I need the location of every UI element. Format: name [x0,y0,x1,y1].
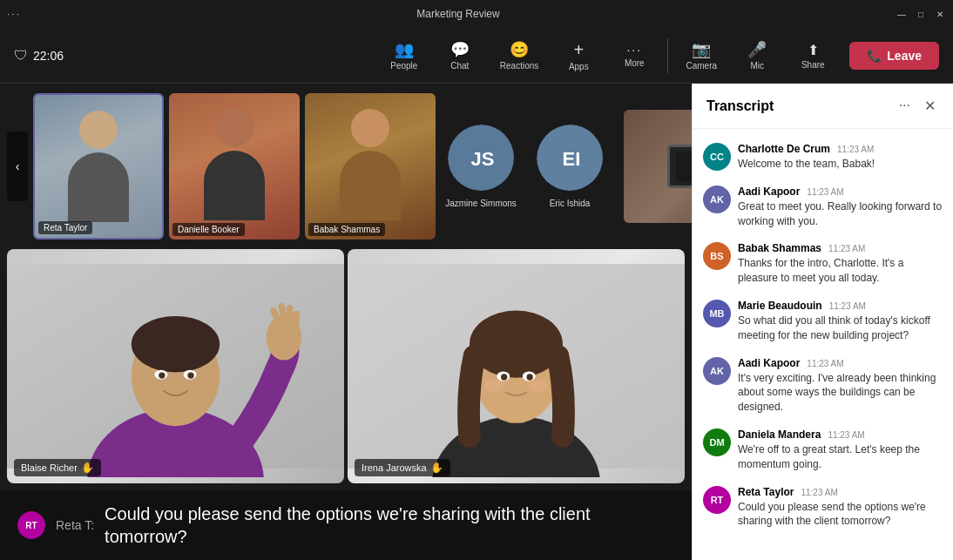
danielle-name-tag: Danielle Booker [172,223,245,236]
chat-button[interactable]: 💬 Chat [434,35,486,76]
msg-content-1: Charlotte De Crum 11:23 AM Welcome to th… [738,143,875,172]
more-button[interactable]: ··· More [608,37,660,73]
msg-time-7: 11:23 AM [801,488,837,497]
svg-line-11 [281,307,284,317]
msg-content-4: Marie Beaudouin 11:23 AM So what did you… [738,300,943,343]
mic-icon: 🎤 [747,40,767,59]
shield-icon: 🛡 [14,48,28,64]
participant-thumb-reta[interactable]: Reta Taylor [33,93,164,240]
share-button[interactable]: ⬆ Share [787,37,839,75]
irena-video-svg [348,255,685,477]
people-button[interactable]: 👥 People [378,35,430,76]
transcript-msg-1: CC Charlotte De Crum 11:23 AM Welcome to… [693,136,953,179]
camera-button[interactable]: 📷 Camera [675,35,727,76]
msg-time-5: 11:23 AM [807,359,843,368]
msg-avatar-5: AK [703,357,731,385]
svg-line-10 [274,310,278,320]
leave-button[interactable]: 📞 Leave [849,42,939,70]
reactions-icon: 😊 [510,40,529,59]
irena-hand-icon: ✋ [430,462,443,474]
msg-text-7: Could you please send the options we're … [738,500,943,530]
msg-text-5: It's very exciting. I've already been th… [738,371,943,415]
irena-name: Irena Jarowska [362,462,427,473]
msg-name-5: Aadi Kapoor [738,357,800,369]
msg-avatar-7: RT [703,486,731,514]
strip-nav-prev[interactable]: ‹ [7,132,28,201]
svg-point-24 [529,381,548,392]
transcript-close-icon[interactable]: ✕ [921,94,939,118]
window-controls: — □ ✕ [896,8,946,20]
share-label: Share [801,60,825,70]
msg-avatar-3: BS [703,242,731,270]
reactions-button[interactable]: 😊 Reactions [490,35,549,76]
svg-line-13 [296,314,297,323]
blaise-hand-icon: ✋ [81,462,94,474]
participant-thumb-danielle[interactable]: Danielle Booker [169,93,300,240]
transcript-panel: Transcript ··· ✕ CC Charlotte De Crum 11… [692,84,953,560]
people-label: People [390,61,417,71]
apps-icon: + [573,40,584,60]
mic-button[interactable]: 🎤 Mic [731,35,783,76]
subtitle-avatar: RT [17,511,45,539]
apps-button[interactable]: + Apps [552,35,605,77]
window-title: Marketing Review [416,8,499,20]
msg-content-6: Daniela Mandera 11:23 AM We're off to a … [738,428,943,472]
transcript-title: Transcript [706,98,774,114]
svg-point-8 [187,372,193,378]
camera-label: Camera [686,61,718,71]
msg-time-6: 11:23 AM [828,430,864,440]
msg-text-6: We're off to a great start. Let's keep t… [738,442,943,472]
msg-name-2: Aadi Kapoor [738,186,800,198]
svg-point-22 [526,374,532,380]
participant-avatar-eric[interactable]: EI Eric Ishida [535,123,605,192]
reactions-label: Reactions [500,61,538,71]
app-dots: ··· [7,8,21,20]
msg-time-2: 11:23 AM [807,187,843,197]
participant-strip: ‹ Reta Taylor [0,84,692,249]
blaise-name-tag: Blaise Richer ✋ [14,459,101,476]
leave-phone-icon: 📞 [867,49,882,63]
transcript-header: Transcript ··· ✕ [693,84,953,129]
transcript-actions: ··· ✕ [896,94,939,118]
video-panel-irena: Irena Jarowska ✋ [348,249,685,483]
blaise-name: Blaise Richer [21,462,78,473]
minimize-button[interactable]: — [896,8,908,20]
eric-name-tag: Eric Ishida [550,199,591,208]
maximize-button[interactable]: □ [915,8,927,20]
leave-label: Leave [887,49,922,63]
msg-text-4: So what did you all think of today's kic… [738,314,943,343]
participant-thumb-room[interactable] [624,110,692,223]
participant-avatar-jazmine[interactable]: JS Jazmine Simmons [446,123,516,192]
close-button[interactable]: ✕ [934,8,946,20]
participant-thumb-babak[interactable]: Babak Shammas [305,93,436,240]
svg-point-21 [501,374,507,380]
people-icon: 👥 [395,40,414,59]
toolbar-buttons: 👥 People 💬 Chat 😊 Reactions + Apps ··· M… [378,35,939,77]
msg-name-6: Daniela Mandera [738,428,821,441]
apps-label: Apps [569,62,589,71]
toolbar: 🛡 22:06 👥 People 💬 Chat 😊 Reactions + Ap… [0,28,953,84]
msg-time-4: 11:23 AM [829,301,866,311]
msg-avatar-1: CC [703,143,731,171]
msg-text-2: Great to meet you. Really looking forwar… [738,199,943,229]
transcript-msg-4: MB Marie Beaudouin 11:23 AM So what did … [693,293,953,350]
svg-point-7 [159,372,165,378]
svg-point-23 [484,381,504,392]
jazmine-name-tag: Jazmine Simmons [445,199,517,208]
reta-name-tag: Reta Taylor [38,221,92,234]
timer-display: 22:06 [33,49,64,63]
msg-content-7: Reta Taylor 11:23 AM Could you please se… [738,486,943,530]
babak-name-tag: Babak Shammas [308,223,385,236]
transcript-msg-3: BS Babak Shammas 11:23 AM Thanks for the… [693,235,953,293]
msg-name-3: Babak Shammas [738,242,821,254]
transcript-msg-7: RT Reta Taylor 11:23 AM Could you please… [693,479,953,536]
msg-content-5: Aadi Kapoor 11:23 AM It's very exciting.… [738,357,943,415]
subtitle-bar: RT Reta T: Could you please send the opt… [0,490,692,560]
transcript-msg-5: AK Aadi Kapoor 11:23 AM It's very exciti… [693,350,953,422]
transcript-messages[interactable]: CC Charlotte De Crum 11:23 AM Welcome to… [693,129,953,560]
msg-content-3: Babak Shammas 11:23 AM Thanks for the in… [738,242,943,286]
transcript-more-icon[interactable]: ··· [896,94,914,118]
transcript-msg-6: DM Daniela Mandera 11:23 AM We're off to… [693,422,953,479]
chat-label: Chat [450,61,469,71]
subtitle-text: Could you please send the options we're … [105,503,674,548]
